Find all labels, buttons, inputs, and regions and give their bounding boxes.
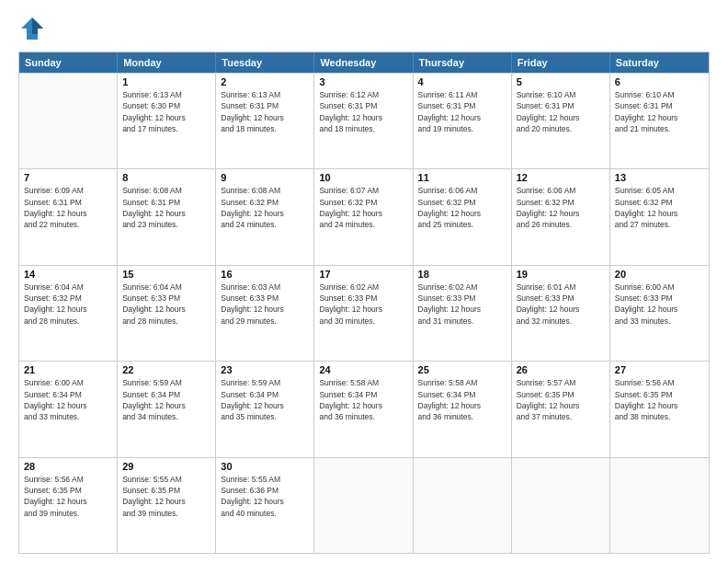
logo-icon (18, 15, 46, 42)
day-info: Sunrise: 6:08 AM Sunset: 6:31 PM Dayligh… (122, 185, 210, 230)
day-info: Sunrise: 6:07 AM Sunset: 6:32 PM Dayligh… (319, 185, 407, 230)
day-cell-20: 20Sunrise: 6:00 AM Sunset: 6:33 PM Dayli… (610, 266, 709, 361)
day-info: Sunrise: 6:13 AM Sunset: 6:31 PM Dayligh… (221, 89, 309, 134)
calendar-body: 1Sunrise: 6:13 AM Sunset: 6:30 PM Daylig… (19, 73, 709, 553)
day-number: 20 (615, 269, 704, 280)
day-number: 17 (319, 269, 407, 280)
day-number: 13 (615, 172, 704, 183)
day-info: Sunrise: 6:11 AM Sunset: 6:31 PM Dayligh… (418, 89, 506, 134)
empty-cell (512, 458, 610, 553)
day-number: 9 (221, 172, 309, 183)
header-day-friday: Friday (512, 52, 610, 73)
day-info: Sunrise: 6:13 AM Sunset: 6:30 PM Dayligh… (122, 89, 210, 134)
calendar: SundayMondayTuesdayWednesdayThursdayFrid… (18, 52, 710, 554)
header-day-wednesday: Wednesday (314, 52, 413, 73)
calendar-week-0: 1Sunrise: 6:13 AM Sunset: 6:30 PM Daylig… (19, 73, 709, 168)
day-info: Sunrise: 5:59 AM Sunset: 6:34 PM Dayligh… (122, 377, 210, 422)
day-cell-16: 16Sunrise: 6:03 AM Sunset: 6:33 PM Dayli… (216, 266, 314, 361)
day-cell-23: 23Sunrise: 5:59 AM Sunset: 6:34 PM Dayli… (216, 362, 314, 456)
day-number: 6 (615, 76, 704, 87)
header (18, 15, 710, 42)
day-number: 23 (221, 364, 309, 375)
day-number: 18 (418, 269, 506, 280)
day-number: 12 (517, 172, 605, 183)
day-cell-29: 29Sunrise: 5:55 AM Sunset: 6:35 PM Dayli… (118, 458, 216, 553)
day-info: Sunrise: 6:12 AM Sunset: 6:31 PM Dayligh… (319, 89, 407, 134)
day-cell-10: 10Sunrise: 6:07 AM Sunset: 6:32 PM Dayli… (314, 169, 413, 264)
day-cell-22: 22Sunrise: 5:59 AM Sunset: 6:34 PM Dayli… (118, 362, 216, 456)
day-cell-28: 28Sunrise: 5:56 AM Sunset: 6:35 PM Dayli… (19, 458, 118, 553)
header-day-sunday: Sunday (19, 52, 118, 73)
day-cell-5: 5Sunrise: 6:10 AM Sunset: 6:31 PM Daylig… (512, 74, 610, 168)
day-info: Sunrise: 6:04 AM Sunset: 6:33 PM Dayligh… (122, 282, 210, 327)
day-info: Sunrise: 6:03 AM Sunset: 6:33 PM Dayligh… (221, 282, 309, 327)
day-cell-19: 19Sunrise: 6:01 AM Sunset: 6:33 PM Dayli… (512, 266, 610, 361)
day-number: 5 (517, 76, 605, 87)
day-cell-30: 30Sunrise: 5:55 AM Sunset: 6:36 PM Dayli… (216, 458, 314, 553)
calendar-week-4: 28Sunrise: 5:56 AM Sunset: 6:35 PM Dayli… (19, 457, 709, 553)
day-cell-2: 2Sunrise: 6:13 AM Sunset: 6:31 PM Daylig… (216, 74, 314, 168)
empty-cell (414, 458, 512, 553)
empty-cell (314, 458, 413, 553)
day-number: 27 (615, 364, 704, 375)
day-number: 15 (122, 269, 210, 280)
day-number: 14 (24, 269, 112, 280)
day-cell-27: 27Sunrise: 5:56 AM Sunset: 6:35 PM Dayli… (610, 362, 709, 456)
day-cell-12: 12Sunrise: 6:06 AM Sunset: 6:32 PM Dayli… (512, 169, 610, 264)
calendar-week-2: 14Sunrise: 6:04 AM Sunset: 6:32 PM Dayli… (19, 265, 709, 361)
day-cell-9: 9Sunrise: 6:08 AM Sunset: 6:32 PM Daylig… (216, 169, 314, 264)
day-number: 11 (418, 172, 506, 183)
calendar-header: SundayMondayTuesdayWednesdayThursdayFrid… (19, 52, 709, 73)
day-cell-1: 1Sunrise: 6:13 AM Sunset: 6:30 PM Daylig… (118, 74, 216, 168)
day-info: Sunrise: 5:55 AM Sunset: 6:35 PM Dayligh… (122, 474, 210, 519)
day-cell-4: 4Sunrise: 6:11 AM Sunset: 6:31 PM Daylig… (414, 74, 512, 168)
day-cell-24: 24Sunrise: 5:58 AM Sunset: 6:34 PM Dayli… (314, 362, 413, 456)
day-number: 10 (319, 172, 407, 183)
calendar-week-1: 7Sunrise: 6:09 AM Sunset: 6:31 PM Daylig… (19, 168, 709, 264)
day-cell-3: 3Sunrise: 6:12 AM Sunset: 6:31 PM Daylig… (314, 74, 413, 168)
day-cell-13: 13Sunrise: 6:05 AM Sunset: 6:32 PM Dayli… (610, 169, 709, 264)
day-cell-6: 6Sunrise: 6:10 AM Sunset: 6:31 PM Daylig… (610, 74, 709, 168)
day-info: Sunrise: 5:58 AM Sunset: 6:34 PM Dayligh… (319, 377, 407, 422)
day-cell-18: 18Sunrise: 6:02 AM Sunset: 6:33 PM Dayli… (414, 266, 512, 361)
day-number: 2 (221, 76, 309, 87)
day-cell-7: 7Sunrise: 6:09 AM Sunset: 6:31 PM Daylig… (19, 169, 118, 264)
empty-cell (19, 74, 118, 168)
day-info: Sunrise: 6:06 AM Sunset: 6:32 PM Dayligh… (517, 185, 605, 230)
day-cell-14: 14Sunrise: 6:04 AM Sunset: 6:32 PM Dayli… (19, 266, 118, 361)
day-info: Sunrise: 5:57 AM Sunset: 6:35 PM Dayligh… (517, 377, 605, 422)
day-number: 8 (122, 172, 210, 183)
empty-cell (610, 458, 709, 553)
day-info: Sunrise: 6:06 AM Sunset: 6:32 PM Dayligh… (418, 185, 506, 230)
day-info: Sunrise: 5:56 AM Sunset: 6:35 PM Dayligh… (24, 474, 112, 519)
header-day-monday: Monday (118, 52, 216, 73)
day-info: Sunrise: 6:02 AM Sunset: 6:33 PM Dayligh… (418, 282, 506, 327)
day-info: Sunrise: 6:00 AM Sunset: 6:33 PM Dayligh… (615, 282, 704, 327)
day-cell-8: 8Sunrise: 6:08 AM Sunset: 6:31 PM Daylig… (118, 169, 216, 264)
day-info: Sunrise: 5:56 AM Sunset: 6:35 PM Dayligh… (615, 377, 704, 422)
day-cell-25: 25Sunrise: 5:58 AM Sunset: 6:34 PM Dayli… (414, 362, 512, 456)
day-cell-17: 17Sunrise: 6:02 AM Sunset: 6:33 PM Dayli… (314, 266, 413, 361)
day-info: Sunrise: 6:04 AM Sunset: 6:32 PM Dayligh… (24, 282, 112, 327)
day-info: Sunrise: 5:55 AM Sunset: 6:36 PM Dayligh… (221, 474, 309, 519)
day-number: 4 (418, 76, 506, 87)
day-info: Sunrise: 6:08 AM Sunset: 6:32 PM Dayligh… (221, 185, 309, 230)
header-day-tuesday: Tuesday (216, 52, 314, 73)
day-info: Sunrise: 6:05 AM Sunset: 6:32 PM Dayligh… (615, 185, 704, 230)
day-number: 16 (221, 269, 309, 280)
day-info: Sunrise: 6:00 AM Sunset: 6:34 PM Dayligh… (24, 377, 112, 422)
day-number: 3 (319, 76, 407, 87)
day-cell-26: 26Sunrise: 5:57 AM Sunset: 6:35 PM Dayli… (512, 362, 610, 456)
day-info: Sunrise: 5:58 AM Sunset: 6:34 PM Dayligh… (418, 377, 506, 422)
header-day-saturday: Saturday (610, 52, 709, 73)
day-info: Sunrise: 6:01 AM Sunset: 6:33 PM Dayligh… (517, 282, 605, 327)
day-number: 19 (517, 269, 605, 280)
page: SundayMondayTuesdayWednesdayThursdayFrid… (0, 0, 728, 563)
day-number: 29 (122, 461, 210, 472)
day-number: 7 (24, 172, 112, 183)
logo (18, 15, 50, 42)
day-number: 22 (122, 364, 210, 375)
day-cell-11: 11Sunrise: 6:06 AM Sunset: 6:32 PM Dayli… (414, 169, 512, 264)
day-info: Sunrise: 6:09 AM Sunset: 6:31 PM Dayligh… (24, 185, 112, 230)
day-number: 21 (24, 364, 112, 375)
